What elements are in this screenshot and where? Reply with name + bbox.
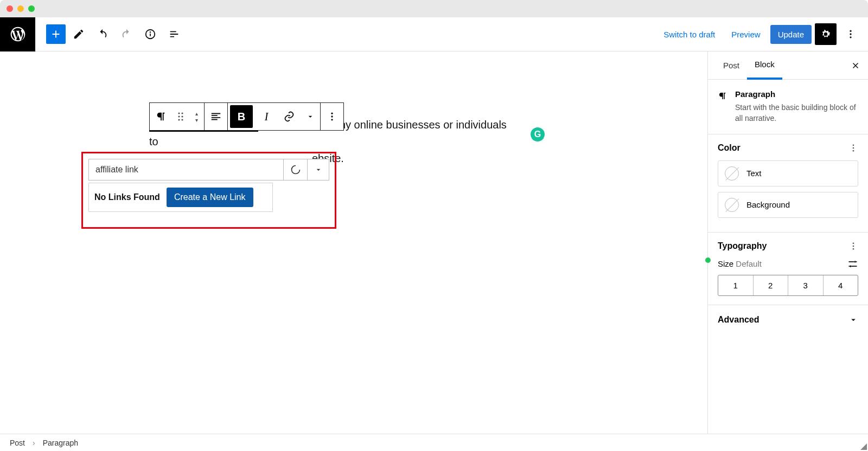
svg-point-6 <box>178 112 180 114</box>
wordpress-icon <box>9 25 27 43</box>
size-option-1[interactable]: 1 <box>718 275 754 295</box>
block-type-panel: Paragraph Start with the basic building … <box>708 80 868 134</box>
svg-point-17 <box>853 150 854 151</box>
more-options-button[interactable] <box>840 23 861 45</box>
kebab-icon <box>327 111 337 122</box>
block-more-button[interactable] <box>321 103 343 130</box>
svg-point-19 <box>853 245 854 247</box>
bold-button[interactable]: B <box>230 105 253 128</box>
switch-to-draft-link[interactable]: Switch to draft <box>657 25 722 43</box>
svg-point-10 <box>178 119 180 120</box>
move-up-down[interactable]: ▴ ▾ <box>189 103 204 130</box>
mac-close-dot[interactable] <box>7 5 13 12</box>
block-type-title: Paragraph <box>735 89 858 99</box>
resize-handle[interactable] <box>860 443 867 450</box>
drag-icon <box>177 112 184 121</box>
editor-canvas[interactable]: ▴ ▾ B I <box>0 51 707 434</box>
advanced-label: Advanced <box>718 315 759 325</box>
text-color-button[interactable]: Text <box>718 160 858 186</box>
svg-point-2 <box>150 32 151 33</box>
svg-point-14 <box>331 119 333 120</box>
align-button[interactable] <box>205 103 227 130</box>
info-button[interactable] <box>139 23 161 45</box>
svg-point-9 <box>181 115 183 117</box>
background-color-button[interactable]: Background <box>718 192 858 218</box>
grammarly-badge[interactable]: G <box>531 127 545 141</box>
preview-link[interactable]: Preview <box>725 25 767 43</box>
svg-point-13 <box>331 115 333 117</box>
sliders-icon[interactable] <box>847 259 858 269</box>
settings-button[interactable] <box>815 23 837 45</box>
kebab-icon[interactable] <box>848 241 858 251</box>
outline-button[interactable] <box>163 23 185 45</box>
italic-button[interactable]: I <box>255 103 278 130</box>
svg-point-18 <box>853 242 854 244</box>
size-button-group: 1 2 3 4 <box>718 275 858 296</box>
chevron-down-icon: ▾ <box>195 117 198 123</box>
status-indicator-dot <box>705 257 711 263</box>
size-option-4[interactable]: 4 <box>824 275 858 295</box>
spinner-icon <box>290 164 301 175</box>
size-option-2[interactable]: 2 <box>754 275 789 295</box>
svg-point-3 <box>850 30 851 32</box>
topbar-right-actions: Switch to draft Preview Update <box>657 23 861 45</box>
gear-icon <box>820 28 832 40</box>
chevron-up-icon: ▴ <box>195 110 198 117</box>
tab-post[interactable]: Post <box>716 51 747 80</box>
svg-point-5 <box>850 36 851 38</box>
chevron-down-icon <box>306 112 315 121</box>
svg-point-4 <box>850 33 851 35</box>
svg-point-8 <box>178 115 180 117</box>
link-options-toggle[interactable] <box>308 159 329 181</box>
link-loading-button[interactable] <box>284 159 308 181</box>
undo-button[interactable] <box>92 23 113 45</box>
close-icon <box>851 61 860 70</box>
redo-button[interactable] <box>116 23 137 45</box>
drag-handle[interactable] <box>173 103 189 130</box>
kebab-icon[interactable] <box>848 143 858 153</box>
svg-point-21 <box>854 261 856 262</box>
block-type-desc: Start with the basic building block of a… <box>735 102 858 124</box>
svg-point-20 <box>853 248 854 249</box>
settings-sidebar: Post Block Paragraph Start with the basi… <box>707 51 868 434</box>
info-icon <box>144 28 156 40</box>
pilcrow-icon <box>155 111 167 123</box>
svg-point-11 <box>181 119 183 120</box>
breadcrumb-separator: › <box>33 439 35 447</box>
paragraph-type-button[interactable] <box>150 103 173 130</box>
svg-point-15 <box>853 144 854 146</box>
link-button[interactable] <box>278 103 301 130</box>
redo-icon <box>120 28 132 40</box>
svg-point-7 <box>181 112 183 114</box>
mac-titlebar <box>0 0 868 17</box>
wordpress-logo[interactable] <box>0 17 35 51</box>
breadcrumb-paragraph[interactable]: Paragraph <box>43 439 78 447</box>
update-button[interactable]: Update <box>770 25 812 44</box>
pilcrow-icon <box>718 89 727 102</box>
close-sidebar-button[interactable] <box>851 61 860 70</box>
mac-minimize-dot[interactable] <box>17 5 24 12</box>
sidebar-tabs: Post Block <box>708 51 868 80</box>
add-block-button[interactable] <box>46 24 66 44</box>
typography-section: Typography Size Default 1 2 3 4 <box>708 233 868 305</box>
editor-top-bar: Switch to draft Preview Update <box>0 17 868 51</box>
chevron-down-icon <box>314 165 323 174</box>
chevron-down-icon <box>848 315 858 325</box>
list-view-icon <box>168 28 180 40</box>
link-search-input[interactable] <box>88 159 284 181</box>
svg-point-22 <box>850 265 851 267</box>
block-breadcrumb: Post › Paragraph <box>0 434 868 451</box>
tab-block[interactable]: Block <box>747 51 782 80</box>
link-popover: No Links Found Create a New Link <box>81 152 336 229</box>
more-rich-text-button[interactable] <box>301 103 320 130</box>
background-color-label: Background <box>746 200 790 209</box>
breadcrumb-post[interactable]: Post <box>10 439 25 447</box>
empty-swatch-icon <box>725 166 739 181</box>
mac-maximize-dot[interactable] <box>28 5 35 12</box>
empty-swatch-icon <box>725 198 739 212</box>
color-section: Color Text Background <box>708 134 868 233</box>
advanced-section-toggle[interactable]: Advanced <box>708 305 868 334</box>
edit-tool-button[interactable] <box>68 23 90 45</box>
size-option-3[interactable]: 3 <box>788 275 824 295</box>
create-new-link-button[interactable]: Create a New Link <box>167 188 253 207</box>
